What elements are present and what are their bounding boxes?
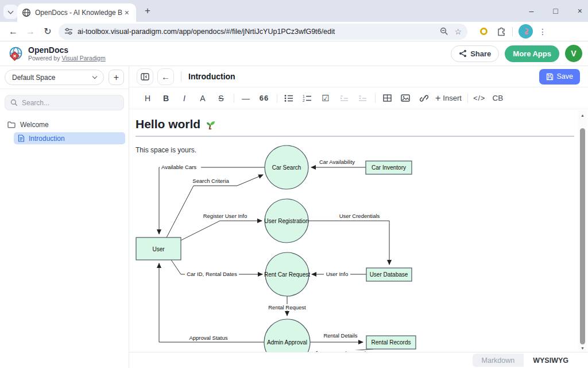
flow-label-register-user-info: Register User Info bbox=[203, 213, 247, 219]
wysiwyg-mode-button[interactable]: WYSIWYG bbox=[524, 354, 578, 367]
back-doc-button[interactable]: ← bbox=[157, 68, 174, 85]
zoom-icon[interactable] bbox=[440, 27, 448, 36]
space-selector-value: Default Space bbox=[12, 74, 55, 82]
user-avatar[interactable]: V bbox=[565, 45, 582, 62]
outdent-icon bbox=[358, 95, 367, 102]
flow-label-user-credentials: User Credentials bbox=[339, 213, 380, 219]
document-content[interactable]: Hello world This space is yours. bbox=[129, 109, 577, 352]
bullet-list-icon bbox=[284, 94, 293, 102]
sidebar: Default Space + Welcome Introduction bbox=[0, 66, 129, 368]
link-button[interactable] bbox=[417, 91, 431, 106]
url-text: ai-toolbox.visual-paradigm.com/app/opend… bbox=[78, 28, 434, 36]
more-apps-button[interactable]: More Apps bbox=[505, 45, 559, 62]
format-toolbar: H B I A S — 66 12 ☑ + Insert </> CB bbox=[129, 87, 588, 109]
bold-button[interactable]: B bbox=[159, 91, 173, 106]
bullet-list-button[interactable] bbox=[282, 91, 296, 106]
profile-avatar[interactable] bbox=[519, 24, 533, 39]
share-icon bbox=[459, 49, 467, 57]
markdown-mode-button[interactable]: Markdown bbox=[473, 354, 524, 367]
reload-button[interactable]: ↻ bbox=[39, 26, 56, 37]
flow-label-user-info: User Info bbox=[326, 271, 349, 277]
add-space-button[interactable]: + bbox=[109, 70, 124, 85]
node-label-car-search: Car Search bbox=[272, 164, 301, 171]
folder-icon bbox=[7, 121, 16, 128]
tab-close-icon[interactable]: × bbox=[122, 8, 131, 17]
insert-button[interactable]: + Insert bbox=[435, 93, 462, 103]
forward-button[interactable]: → bbox=[22, 26, 39, 37]
tab-search-button[interactable] bbox=[3, 5, 18, 19]
strikethrough-button[interactable]: S bbox=[214, 91, 228, 106]
scroll-up-icon[interactable]: ▲ bbox=[578, 112, 587, 119]
extension-ring-icon[interactable] bbox=[480, 28, 488, 35]
window-close-button[interactable]: × bbox=[578, 6, 582, 16]
flow-label-available-cars: Available Cars bbox=[161, 164, 196, 170]
sidebar-item-welcome[interactable]: Welcome bbox=[0, 118, 129, 131]
outdent-button[interactable] bbox=[355, 91, 369, 106]
new-tab-button[interactable]: + bbox=[141, 5, 154, 17]
divider bbox=[375, 94, 376, 103]
svg-text:2: 2 bbox=[303, 98, 305, 102]
code-block-button[interactable]: CB bbox=[491, 91, 505, 106]
node-label-car-inventory: Car Inventory bbox=[372, 164, 406, 171]
node-label-admin-approval: Admin Approval bbox=[267, 339, 307, 346]
divider bbox=[181, 71, 181, 82]
divider bbox=[234, 94, 234, 103]
horizontal-rule-button[interactable]: — bbox=[239, 91, 253, 106]
visual-paradigm-link[interactable]: Visual Paradigm bbox=[61, 55, 105, 62]
flow-label-rental-details: Rental Details bbox=[323, 332, 357, 339]
save-button[interactable]: Save bbox=[539, 69, 581, 85]
bookmark-star-icon[interactable]: ☆ bbox=[454, 27, 462, 36]
panel-collapse-icon bbox=[141, 73, 149, 80]
document-icon bbox=[18, 135, 25, 142]
sidebar-item-introduction[interactable]: Introduction bbox=[14, 132, 125, 144]
image-button[interactable] bbox=[399, 91, 412, 106]
indent-button[interactable] bbox=[337, 91, 351, 106]
window-minimize-button[interactable]: – bbox=[529, 6, 534, 16]
node-label-user-registration: User Registration bbox=[264, 218, 308, 224]
app-name: OpenDocs bbox=[28, 45, 106, 55]
font-color-label: A bbox=[200, 94, 205, 103]
process-admin-approval[interactable] bbox=[264, 319, 310, 352]
task-list-button[interactable]: ☑ bbox=[319, 91, 332, 106]
window-maximize-button[interactable]: □ bbox=[553, 6, 558, 16]
numbered-list-button[interactable]: 12 bbox=[300, 91, 314, 106]
share-button[interactable]: Share bbox=[451, 45, 499, 62]
collapse-sidebar-button[interactable] bbox=[137, 68, 153, 85]
link-icon bbox=[420, 94, 428, 102]
node-label-rental-records: Rental Records bbox=[372, 339, 411, 346]
inline-code-button[interactable]: </> bbox=[473, 91, 486, 106]
sidebar-search[interactable] bbox=[5, 95, 124, 110]
svg-text:1: 1 bbox=[303, 94, 305, 98]
data-flow-diagram[interactable]: Available Cars Search Criteria Car Avail… bbox=[136, 145, 423, 352]
doc-heading: Hello world bbox=[136, 117, 574, 137]
url-input[interactable]: ai-toolbox.visual-paradigm.com/app/opend… bbox=[59, 24, 467, 40]
table-button[interactable] bbox=[380, 91, 394, 106]
share-label: Share bbox=[470, 49, 491, 58]
app-header: OpenDocs Powered by Visual Paradigm Shar… bbox=[0, 41, 588, 66]
heading-button[interactable]: H bbox=[141, 91, 154, 106]
search-input[interactable] bbox=[22, 99, 108, 107]
powered-by-text: Powered by Visual Paradigm bbox=[28, 55, 106, 62]
scrollbar-thumb[interactable] bbox=[580, 128, 585, 344]
browser-menu-icon[interactable]: ⋮ bbox=[539, 27, 547, 36]
node-label-user: User bbox=[152, 246, 165, 252]
blockquote-button[interactable]: 66 bbox=[257, 91, 271, 106]
site-settings-icon[interactable] bbox=[64, 27, 73, 36]
table-icon bbox=[383, 94, 392, 102]
url-bar-row: ← → ↻ ai-toolbox.visual-paradigm.com/app… bbox=[0, 22, 588, 41]
vertical-scrollbar[interactable]: ▲ ▼ bbox=[578, 110, 587, 353]
browser-tab[interactable]: OpenDocs - AI Knowledge Base × bbox=[17, 3, 136, 22]
insert-label: Insert bbox=[443, 94, 462, 102]
space-selector[interactable]: Default Space bbox=[5, 70, 104, 85]
italic-button[interactable]: I bbox=[177, 91, 191, 106]
flow-label-car-id-rental-dates: Car ID, Rental Dates bbox=[187, 271, 237, 277]
extensions-puzzle-icon[interactable] bbox=[497, 26, 506, 36]
back-button[interactable]: ← bbox=[5, 26, 22, 37]
font-color-button[interactable]: A bbox=[196, 91, 210, 106]
seedling-emoji bbox=[205, 119, 216, 130]
chevron-down-icon bbox=[8, 8, 14, 14]
scroll-down-icon[interactable]: ▼ bbox=[578, 344, 587, 352]
introduction-doc-label: Introduction bbox=[29, 135, 65, 143]
plus-icon: + bbox=[435, 93, 440, 103]
indent-icon bbox=[340, 95, 349, 102]
